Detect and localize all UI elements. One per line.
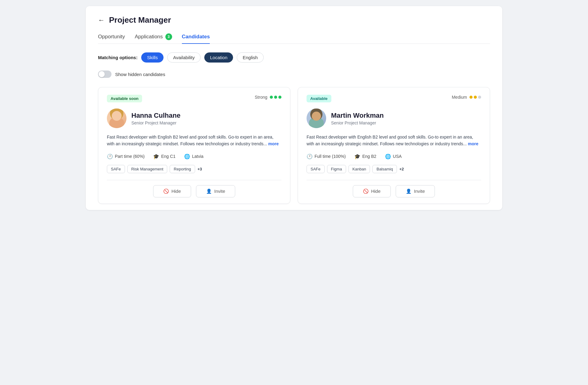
avatar-hanna [107,109,126,128]
skill-safe: SAFe [107,165,125,173]
bio-more-martin[interactable]: more [468,141,478,146]
candidate-name-martin: Martin Workman [331,112,384,120]
filter-location[interactable]: Location [204,52,233,63]
matching-label: Matching options: [98,55,138,60]
match-strength-martin: Medium [452,95,481,100]
skills-more-martin: +2 [399,167,404,171]
candidate-card-martin: Available Medium Martin Workman Senior P… [298,87,490,204]
skill-safe: SAFe [307,165,325,173]
hide-button-martin[interactable]: 🚫 Hide [353,185,391,197]
match-dots-hanna [270,96,281,99]
candidate-info-hanna: Hanna Culhane Senior Project Manager [107,109,281,128]
globe-icon: 🌐 [184,154,190,159]
meta-time-martin: 🕐 Full time (100%) [307,154,346,159]
tab-candidates[interactable]: Candidates [182,33,210,44]
skills-more-hanna: +3 [198,167,202,171]
candidate-meta-martin: 🕐 Full time (100%) 🎓 Eng B2 🌐 USA [307,154,481,159]
candidate-name-hanna: Hanna Culhane [131,112,180,120]
candidate-name-block-hanna: Hanna Culhane Senior Project Manager [131,112,180,125]
card-divider-hanna [107,180,281,180]
candidate-title-hanna: Senior Project Manager [131,120,180,125]
candidate-info-martin: Martin Workman Senior Project Manager [307,109,481,128]
dot-3 [278,96,281,99]
availability-badge-martin: Available [307,95,331,102]
candidates-grid: Available soon Strong Hanna Culhane Seni… [98,87,490,204]
skill-kanban: Kanban [349,165,370,173]
dot-1 [469,96,473,99]
filter-availability[interactable]: Availability [167,52,201,63]
invite-button-hanna[interactable]: 👤 Invite [196,185,236,197]
header: ← Project Manager [98,15,490,25]
hide-icon: 🚫 [363,189,369,194]
availability-badge-hanna: Available soon [107,95,142,102]
skill-reporting: Reporting [170,165,195,173]
hide-button-hanna[interactable]: 🚫 Hide [153,185,191,197]
hide-icon: 🚫 [163,189,169,194]
card-top-hanna: Available soon Strong [107,95,281,102]
dot-1 [270,96,273,99]
invite-icon: 👤 [406,189,412,194]
toggle-knob [99,71,105,77]
meta-time-hanna: 🕐 Part time (60%) [107,154,145,159]
candidate-name-block-martin: Martin Workman Senior Project Manager [331,112,384,125]
filter-english[interactable]: English [237,52,263,63]
invite-button-martin[interactable]: 👤 Invite [396,185,435,197]
grad-icon: 🎓 [354,154,360,159]
skill-figma: Figma [327,165,346,173]
tabs-bar: Opportunity Applications 3 Candidates [98,33,490,44]
card-top-martin: Available Medium [307,95,481,102]
clock-icon: 🕐 [107,154,113,159]
bio-more-hanna[interactable]: more [268,141,279,146]
skills-martin: SAFe Figma Kanban Balsamiq +2 [307,165,481,173]
tab-applications[interactable]: Applications 3 [135,33,172,44]
candidate-meta-hanna: 🕐 Part time (60%) 🎓 Eng C1 🌐 Latvia [107,154,281,159]
back-button[interactable]: ← [98,16,105,24]
tab-opportunity[interactable]: Opportunity [98,33,125,44]
meta-english-hanna: 🎓 Eng C1 [153,154,175,159]
meta-location-martin: 🌐 USA [385,154,402,159]
skills-hanna: SAFe Risk Management Reporting +3 [107,165,281,173]
candidate-bio-martin: Fast React developer with English B2 lev… [307,134,481,147]
main-container: ← Project Manager Opportunity Applicatio… [86,6,502,210]
card-divider-martin [307,180,481,180]
candidate-card-hanna: Available soon Strong Hanna Culhane Seni… [98,87,290,204]
avatar-martin [307,109,326,128]
grad-icon: 🎓 [153,154,159,159]
meta-location-hanna: 🌐 Latvia [184,154,203,159]
skill-balsamiq: Balsamiq [372,165,397,173]
match-dots-martin [469,96,481,99]
matching-options: Matching options: Skills Availability Lo… [98,52,490,63]
clock-icon: 🕐 [307,154,313,159]
card-actions-hanna: 🚫 Hide 👤 Invite [107,185,281,197]
show-hidden-toggle[interactable] [98,71,111,78]
candidate-bio-hanna: Fast React developer with English B2 lev… [107,134,281,147]
dot-2 [274,96,277,99]
skill-risk: Risk Management [127,165,168,173]
show-hidden-label: Show hidden candidates [115,72,165,77]
dot-2 [474,96,477,99]
candidate-title-martin: Senior Project Manager [331,120,384,125]
page-title: Project Manager [109,15,171,25]
filter-skills[interactable]: Skills [141,52,164,63]
show-hidden-row: Show hidden candidates [98,71,490,78]
dot-3 [478,96,481,99]
globe-icon: 🌐 [385,154,391,159]
invite-icon: 👤 [206,189,212,194]
match-strength-hanna: Strong [255,95,281,100]
card-actions-martin: 🚫 Hide 👤 Invite [307,185,481,197]
applications-badge: 3 [165,33,172,40]
meta-english-martin: 🎓 Eng B2 [354,154,376,159]
